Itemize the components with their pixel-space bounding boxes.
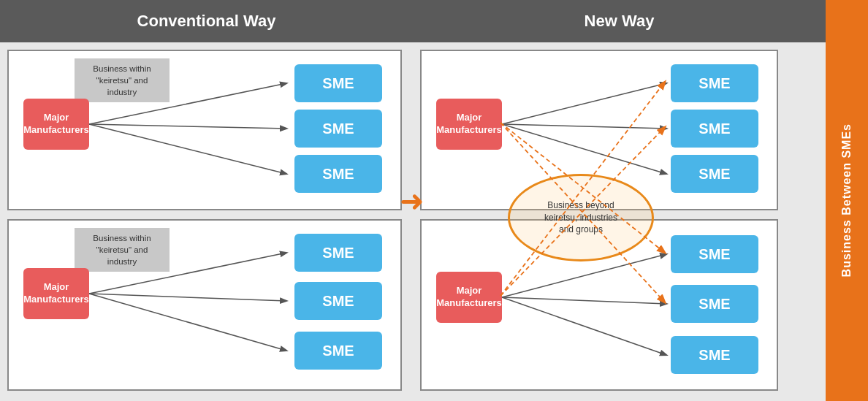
major-box-bottom-right: MajorManufacturers	[436, 272, 502, 323]
sme-box-br-2: SME	[671, 285, 758, 323]
sme-box-tl-1: SME	[294, 64, 382, 102]
sme-box-br-3: SME	[671, 336, 758, 374]
sme-box-tl-3: SME	[294, 155, 382, 193]
sme-box-bl-2: SME	[294, 282, 382, 320]
sme-box-bl-1: SME	[294, 234, 382, 272]
info-box-top-left: Business within"keiretsu" and industry	[75, 58, 170, 102]
svg-line-6	[502, 83, 666, 124]
conventional-side: Conventional Way Business within"keirets…	[0, 0, 413, 401]
info-box-bottom-left: Business within"keiretsu" and industry	[75, 228, 170, 272]
svg-line-4	[89, 294, 286, 301]
business-beyond-ellipse: Business beyondkeiretsu, industriesand g…	[508, 174, 654, 261]
sme-box-tr-1: SME	[671, 64, 758, 102]
major-box-bottom-left: MajorManufacturers	[23, 268, 89, 319]
main-container: Conventional Way Business within"keirets…	[0, 0, 868, 401]
major-box-top-left: MajorManufacturers	[23, 99, 89, 150]
major-box-top-right: MajorManufacturers	[436, 99, 502, 150]
center-arrow: ➜	[400, 184, 425, 218]
diagram-top-left: Business within"keiretsu" and industry M…	[7, 50, 402, 210]
svg-line-1	[89, 124, 286, 129]
svg-line-8	[502, 124, 666, 174]
svg-line-7	[502, 124, 666, 129]
side-label: Business Between SMEs	[826, 0, 868, 401]
sme-box-br-1: SME	[671, 235, 758, 273]
new-way-title: New Way	[585, 12, 655, 31]
side-label-text: Business Between SMEs	[840, 123, 853, 277]
sme-box-tr-2: SME	[671, 110, 758, 148]
svg-line-5	[89, 294, 286, 351]
new-way-side: New Way MajorManufacturers SME SME SME	[413, 0, 826, 401]
svg-line-11	[502, 297, 666, 355]
sme-box-tr-3: SME	[671, 155, 758, 193]
diagram-bottom-left: Business within"keiretsu" and industry M…	[7, 219, 402, 391]
sme-box-bl-3: SME	[294, 332, 382, 370]
svg-line-2	[89, 124, 286, 174]
conventional-title: Conventional Way	[137, 12, 276, 31]
conventional-header: Conventional Way	[0, 0, 413, 42]
sme-box-tl-2: SME	[294, 110, 382, 148]
new-way-header: New Way	[413, 0, 826, 42]
svg-line-10	[502, 297, 666, 304]
